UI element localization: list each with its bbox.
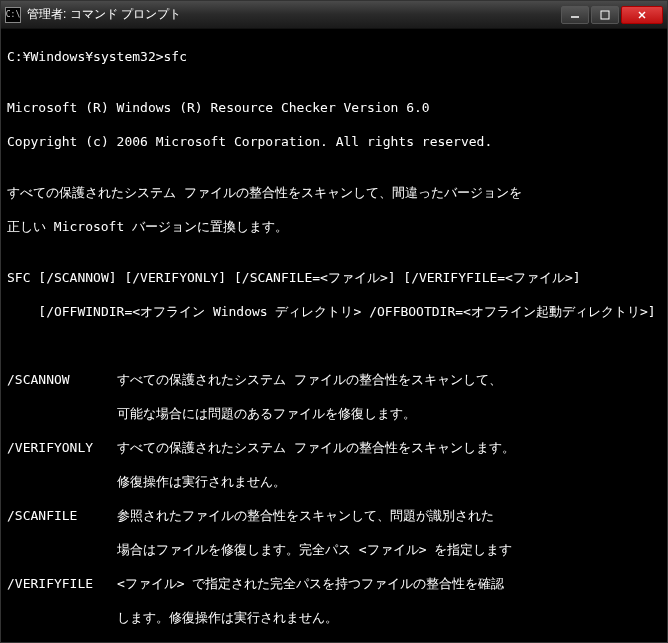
version-line: Microsoft (R) Windows (R) Resource Check… (7, 99, 661, 116)
option-desc-cont: 場合はファイルを修復します。完全パス <ファイル> を指定します (7, 541, 661, 558)
prompt: C:¥Windows¥system32> (7, 49, 164, 64)
option-desc-cont: 可能な場合には問題のあるファイルを修復します。 (7, 405, 661, 422)
close-icon (637, 10, 647, 20)
usage-line: SFC [/SCANNOW] [/VERIFYONLY] [/SCANFILE=… (7, 269, 661, 286)
minimize-icon (570, 10, 580, 20)
option-desc-cont: 修復操作は実行されません。 (7, 473, 661, 490)
intro-line: 正しい Microsoft バージョンに置換します。 (7, 218, 661, 235)
window-controls (561, 6, 663, 24)
option-name: /VERIFYONLY (7, 439, 117, 456)
copyright-line: Copyright (c) 2006 Microsoft Corporation… (7, 133, 661, 150)
intro-line: すべての保護されたシステム ファイルの整合性をスキャンして、間違ったバージョンを (7, 184, 661, 201)
prompt-line: C:¥Windows¥system32>sfc (7, 48, 661, 65)
close-button[interactable] (621, 6, 663, 24)
option-desc-cont: します。修復操作は実行されません。 (7, 609, 661, 626)
option-desc: すべての保護されたシステム ファイルの整合性をスキャンして、 (117, 371, 502, 388)
app-icon-label: C:\ (6, 10, 20, 19)
maximize-icon (600, 10, 610, 20)
option-verifyonly: /VERIFYONLYすべての保護されたシステム ファイルの整合性をスキャンしま… (7, 439, 661, 456)
option-name: /SCANFILE (7, 507, 117, 524)
option-verifyfile: /VERIFYFILE<ファイル> で指定された完全パスを持つファイルの整合性を… (7, 575, 661, 592)
option-name: /VERIFYFILE (7, 575, 117, 592)
minimize-button[interactable] (561, 6, 589, 24)
svg-rect-1 (601, 11, 609, 19)
option-scannow: /SCANNOWすべての保護されたシステム ファイルの整合性をスキャンして、 (7, 371, 661, 388)
maximize-button[interactable] (591, 6, 619, 24)
option-name: /SCANNOW (7, 371, 117, 388)
command-prompt-window: C:\ 管理者: コマンド プロンプト C:¥Windows¥system32>… (0, 0, 668, 643)
option-desc: すべての保護されたシステム ファイルの整合性をスキャンします。 (117, 439, 515, 456)
option-desc: 参照されたファイルの整合性をスキャンして、問題が識別された (117, 507, 494, 524)
usage-line: [/OFFWINDIR=<オフライン Windows ディレクトリ> /OFFB… (7, 303, 661, 320)
option-scanfile: /SCANFILE参照されたファイルの整合性をスキャンして、問題が識別された (7, 507, 661, 524)
command-input: sfc (164, 49, 187, 64)
terminal-output[interactable]: C:¥Windows¥system32>sfc Microsoft (R) Wi… (1, 29, 667, 642)
window-title: 管理者: コマンド プロンプト (27, 6, 561, 23)
option-desc: <ファイル> で指定された完全パスを持つファイルの整合性を確認 (117, 575, 504, 592)
app-icon: C:\ (5, 7, 21, 23)
titlebar[interactable]: C:\ 管理者: コマンド プロンプト (1, 1, 667, 29)
